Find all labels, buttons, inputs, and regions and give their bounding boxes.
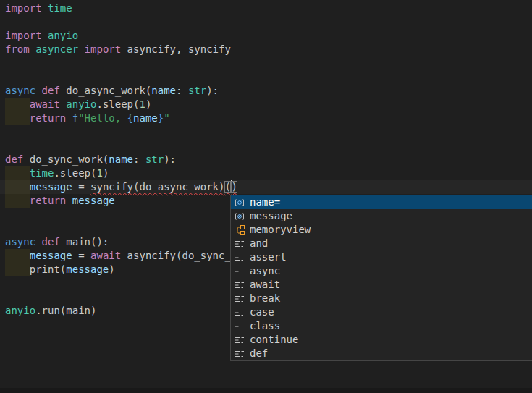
code-token: .sleep( <box>54 167 96 179</box>
code-token <box>5 98 30 110</box>
suggestion-label: def <box>250 347 268 360</box>
code-line[interactable] <box>5 15 532 29</box>
symbol-keyword-icon <box>234 266 245 277</box>
symbol-keyword-icon <box>234 279 245 291</box>
symbol-keyword-icon <box>234 238 245 250</box>
suggestion-item[interactable]: async <box>231 264 532 278</box>
symbol-variable-icon <box>234 211 245 222</box>
code-token: def <box>5 153 30 165</box>
code-token: name <box>109 153 133 165</box>
autocomplete-popup: name=messagememoryviewandassertasyncawai… <box>230 195 532 361</box>
code-token: print( <box>5 263 66 275</box>
code-token <box>5 181 30 193</box>
suggestion-item[interactable]: assert <box>231 250 532 264</box>
suggestion-label: async <box>250 264 280 278</box>
code-token: " <box>164 112 169 124</box>
symbol-keyword-icon <box>234 334 245 346</box>
code-line[interactable]: time.sleep(1) <box>5 166 532 180</box>
code-line[interactable]: return f"Hello, {name}" <box>5 111 532 125</box>
code-line[interactable]: from asyncer import asyncify, syncify <box>5 43 532 56</box>
code-token: { <box>127 112 133 124</box>
code-token: def <box>42 236 67 248</box>
code-editor[interactable]: import timeimport anyiofrom asyncer impo… <box>0 0 532 393</box>
code-token: ( <box>224 181 230 193</box>
suggestion-label: await <box>250 278 280 292</box>
suggestion-label: break <box>250 292 280 305</box>
suggestion-item[interactable]: case <box>231 305 532 319</box>
code-token: do_sync_work( <box>30 153 109 165</box>
code-token: 1 <box>96 167 102 179</box>
code-token: time <box>48 2 72 14</box>
code-token: main(): <box>66 236 109 248</box>
symbol-variable-icon <box>234 197 245 208</box>
code-token: ) <box>109 263 114 275</box>
code-token: asyncify(do_sync_ <box>127 250 231 261</box>
code-token: message <box>30 181 72 193</box>
code-token: .run(main) <box>35 305 96 316</box>
code-token: anyio <box>66 98 96 110</box>
code-token: str <box>145 153 164 165</box>
suggestion-item[interactable]: name= <box>231 195 532 209</box>
code-token <box>5 195 30 206</box>
symbol-class-icon <box>234 224 245 236</box>
code-token: ) <box>145 98 151 110</box>
code-token: ): <box>206 85 219 96</box>
code-token: 1 <box>139 98 145 110</box>
symbol-keyword-icon <box>234 348 245 360</box>
code-token: syncify(do_async_work) <box>90 181 224 193</box>
code-token <box>5 250 30 261</box>
code-line[interactable] <box>5 56 532 70</box>
code-token: str <box>188 85 206 96</box>
suggestion-item[interactable]: await <box>231 278 532 292</box>
suggestion-item[interactable]: class <box>231 319 532 333</box>
code-token: = <box>72 181 90 193</box>
code-token <box>5 112 30 124</box>
code-token: = <box>72 250 90 261</box>
code-token: anyio <box>48 30 78 41</box>
code-line[interactable]: def do_sync_work(name: str): <box>5 153 532 166</box>
suggestion-label: name= <box>250 195 280 209</box>
suggestion-item[interactable]: continue <box>231 333 532 347</box>
suggestion-item[interactable]: memoryview <box>231 223 532 237</box>
suggestion-item[interactable]: break <box>231 292 532 305</box>
code-token: asyncer <box>35 43 84 55</box>
code-token: ) <box>103 167 109 179</box>
bottom-edge <box>0 388 532 393</box>
suggestion-label: and <box>250 237 268 250</box>
code-token: async <box>5 85 42 96</box>
code-token: await <box>30 98 67 110</box>
code-token: return <box>30 195 72 206</box>
code-line[interactable]: message = syncify(do_async_work)() <box>5 180 532 194</box>
suggestion-label: message <box>250 209 292 223</box>
code-line[interactable]: await anyio.sleep(1) <box>5 98 532 111</box>
code-line[interactable]: async def do_async_work(name: str): <box>5 84 532 98</box>
code-token: def <box>42 85 67 96</box>
symbol-keyword-icon <box>234 321 245 332</box>
suggestion-label: memoryview <box>250 223 311 237</box>
code-token: from <box>5 43 35 55</box>
code-token: name <box>151 85 176 96</box>
suggestion-label: case <box>250 305 274 319</box>
code-line[interactable]: import anyio <box>5 29 532 43</box>
code-token: ) <box>231 181 237 193</box>
code-line[interactable] <box>5 70 532 84</box>
code-token: f <box>72 112 78 124</box>
code-token: message <box>72 195 115 206</box>
code-token: } <box>158 112 164 124</box>
suggestion-item[interactable]: def <box>231 347 532 360</box>
code-line[interactable] <box>5 139 532 153</box>
suggestion-label: class <box>250 319 280 333</box>
suggestion-item[interactable]: message <box>231 209 532 223</box>
code-token: do_async_work( <box>66 85 151 96</box>
code-token <box>5 167 30 179</box>
code-token: name <box>133 112 158 124</box>
code-line[interactable]: import time <box>5 1 532 15</box>
code-token: return <box>30 112 72 124</box>
code-token: time <box>30 167 54 179</box>
code-token: message <box>30 250 72 261</box>
code-token: ): <box>164 153 176 165</box>
suggestion-item[interactable]: and <box>231 237 532 250</box>
code-line[interactable] <box>5 125 532 139</box>
code-token: import <box>85 43 127 55</box>
code-token: async <box>5 236 42 248</box>
